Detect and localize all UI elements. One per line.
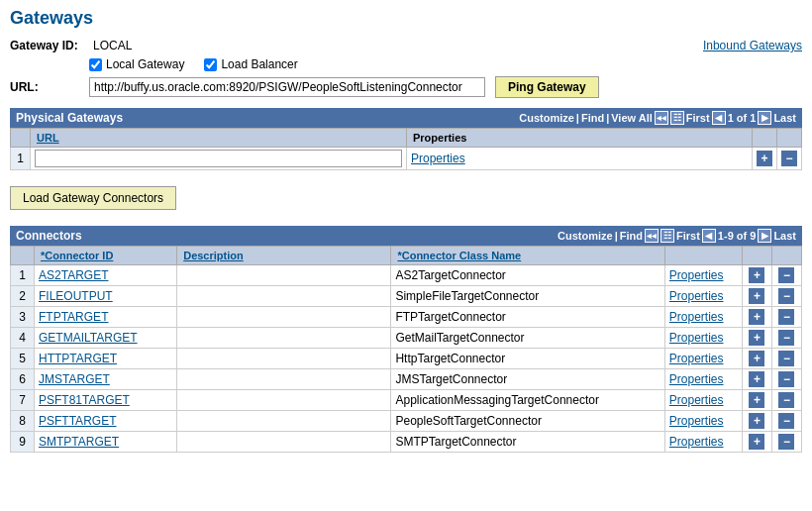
connector-id-link[interactable]: SMTPTARGET xyxy=(39,435,119,449)
td-description xyxy=(177,265,391,286)
connectors-title: Connectors xyxy=(16,229,82,243)
connector-id-link[interactable]: FTPTARGET xyxy=(39,310,108,324)
load-gateway-connectors-button[interactable]: Load Gateway Connectors xyxy=(10,186,176,210)
td-connector-id: FTPTARGET xyxy=(35,307,177,328)
add-connector-button[interactable]: + xyxy=(749,288,764,304)
connector-id-link[interactable]: HTTPTARGET xyxy=(39,352,117,365)
col-url-link[interactable]: URL xyxy=(37,132,59,144)
col-connector-id-link[interactable]: *Connector ID xyxy=(41,250,113,261)
remove-connector-button[interactable]: − xyxy=(778,288,794,304)
add-connector-button[interactable]: + xyxy=(749,309,764,325)
nav-next-physical[interactable]: ▶ xyxy=(758,111,771,125)
remove-connector-button[interactable]: − xyxy=(778,434,794,450)
properties-link[interactable]: Properties xyxy=(669,352,724,365)
connectors-header: Connectors Customize | Find ◂◂ ☷ First ◀… xyxy=(10,226,802,246)
td-class-name: SMTPTargetConnector xyxy=(391,432,664,453)
load-balancer-checkbox-label[interactable]: Load Balancer xyxy=(204,57,297,71)
td-description xyxy=(177,432,391,453)
td-plus: + xyxy=(742,411,771,432)
td-properties: Properties xyxy=(664,307,742,328)
view-all-link-physical[interactable]: View All xyxy=(611,112,653,124)
find-link-connectors[interactable]: Find xyxy=(620,230,643,242)
col-class-name-link[interactable]: *Connector Class Name xyxy=(397,250,521,261)
nav-prev-physical[interactable]: ◀ xyxy=(712,111,726,125)
nav-icon-left2-physical[interactable]: ◂◂ xyxy=(655,111,668,125)
connector-id-link[interactable]: GETMAILTARGET xyxy=(39,331,138,345)
nav-next-connectors[interactable]: ▶ xyxy=(758,229,771,243)
nav-icon-grid-connectors[interactable]: ☷ xyxy=(660,229,674,243)
properties-link[interactable]: Properties xyxy=(669,289,724,303)
properties-link[interactable]: Properties xyxy=(669,372,724,386)
nav-icon-grid-physical[interactable]: ☷ xyxy=(670,111,684,125)
properties-link[interactable]: Properties xyxy=(411,152,465,165)
remove-connector-button[interactable]: − xyxy=(778,392,794,408)
customize-link-physical[interactable]: Customize xyxy=(519,112,574,124)
td-class-name: SimpleFileTargetConnector xyxy=(391,286,664,307)
td-plus: + xyxy=(742,286,771,307)
physical-gateways-controls: Customize | Find | View All ◂◂ ☷ First ◀… xyxy=(519,111,796,125)
th-num-connectors xyxy=(11,247,35,265)
td-minus: − xyxy=(771,286,801,307)
table-row: 8 PSFTTARGET PeopleSoftTargetConnector P… xyxy=(11,411,802,432)
connector-id-link[interactable]: AS2TARGET xyxy=(39,268,108,282)
add-connector-button[interactable]: + xyxy=(749,413,764,429)
th-class-name: *Connector Class Name xyxy=(391,247,664,265)
page-info-connectors: 1-9 of 9 xyxy=(718,230,757,242)
table-row: 6 JMSTARGET JMSTargetConnector Propertie… xyxy=(11,369,802,390)
add-connector-button[interactable]: + xyxy=(749,351,764,366)
add-row-button[interactable]: + xyxy=(757,151,772,166)
td-properties: Properties xyxy=(664,411,742,432)
add-connector-button[interactable]: + xyxy=(749,434,764,450)
td-class-name: ApplicationMessagingTargetConnector xyxy=(391,390,664,411)
add-connector-button[interactable]: + xyxy=(749,267,764,283)
properties-link[interactable]: Properties xyxy=(669,331,724,345)
physical-url-input[interactable] xyxy=(35,150,402,167)
add-connector-button[interactable]: + xyxy=(749,392,764,408)
remove-connector-button[interactable]: − xyxy=(778,371,794,387)
load-balancer-checkbox[interactable] xyxy=(204,58,217,71)
nav-icon-left2-connectors[interactable]: ◂◂ xyxy=(645,229,659,243)
col-properties-label: Properties xyxy=(413,132,466,144)
properties-link[interactable]: Properties xyxy=(669,435,724,449)
td-plus: + xyxy=(742,265,771,286)
url-row: URL: Ping Gateway xyxy=(10,76,802,98)
customize-link-connectors[interactable]: Customize xyxy=(558,230,613,242)
remove-connector-button[interactable]: − xyxy=(778,351,794,366)
find-link-physical[interactable]: Find xyxy=(581,112,604,124)
add-connector-button[interactable]: + xyxy=(749,371,764,387)
td-minus: − xyxy=(771,432,801,453)
url-input[interactable] xyxy=(89,77,485,97)
td-plus: + xyxy=(742,369,771,390)
remove-connector-button[interactable]: − xyxy=(778,267,794,283)
properties-link[interactable]: Properties xyxy=(669,393,724,407)
remove-connector-button[interactable]: − xyxy=(778,330,794,346)
td-plus: + xyxy=(742,307,771,328)
td-description xyxy=(177,328,391,349)
remove-connector-button[interactable]: − xyxy=(778,309,794,325)
td-description xyxy=(177,349,391,369)
local-gateway-checkbox[interactable] xyxy=(89,58,102,71)
td-properties: Properties xyxy=(407,148,753,170)
td-class-name: PeopleSoftTargetConnector xyxy=(391,411,664,432)
properties-link[interactable]: Properties xyxy=(669,414,724,428)
td-connector-id: FILEOUTPUT xyxy=(35,286,177,307)
inbound-gateways-link[interactable]: Inbound Gateways xyxy=(703,39,802,52)
properties-link[interactable]: Properties xyxy=(669,268,724,282)
properties-link[interactable]: Properties xyxy=(669,310,724,324)
table-row: 4 GETMAILTARGET GetMailTargetConnector P… xyxy=(11,328,802,349)
add-connector-button[interactable]: + xyxy=(749,330,764,346)
ping-gateway-button[interactable]: Ping Gateway xyxy=(495,76,599,98)
connectors-header-row: *Connector ID Description *Connector Cla… xyxy=(11,247,802,265)
remove-row-button[interactable]: − xyxy=(781,151,797,166)
td-description xyxy=(177,369,391,390)
connector-id-link[interactable]: FILEOUTPUT xyxy=(39,289,113,303)
nav-prev-connectors[interactable]: ◀ xyxy=(702,229,716,243)
local-gateway-checkbox-label[interactable]: Local Gateway xyxy=(89,57,184,71)
remove-connector-button[interactable]: − xyxy=(778,413,794,429)
connector-id-link[interactable]: PSFTTARGET xyxy=(39,414,116,428)
connector-id-link[interactable]: PSFT81TARGET xyxy=(39,393,130,407)
connector-id-link[interactable]: JMSTARGET xyxy=(39,372,110,386)
td-class-name: HttpTargetConnector xyxy=(391,349,664,369)
col-description-link[interactable]: Description xyxy=(183,250,244,261)
td-properties: Properties xyxy=(664,328,742,349)
